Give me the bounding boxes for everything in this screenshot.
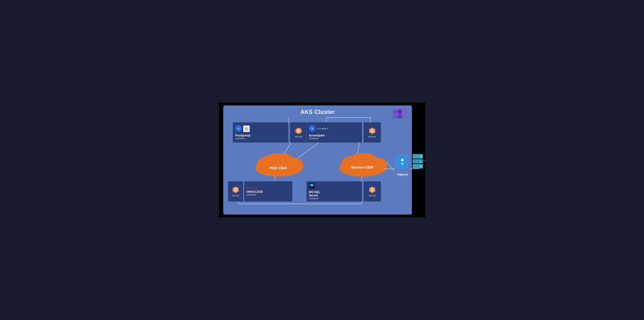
svg-point-66 [235, 191, 236, 192]
sonarqube-label: container [309, 137, 318, 140]
svg-point-28 [296, 131, 297, 132]
svg-point-83 [372, 191, 373, 192]
oracle-brand: ORACLE [246, 187, 258, 189]
svg-point-27 [300, 131, 301, 132]
mssql-label: container [309, 197, 318, 200]
mssql-name: MS SQL Server [309, 190, 320, 197]
k8s-icon-pg: ⎈ [235, 125, 242, 132]
svg-text:⎈: ⎈ [312, 127, 313, 130]
aks-icon [392, 109, 407, 121]
sonarqube-name: SonarQube [309, 134, 325, 137]
postgresql-name: Postgresql [235, 134, 250, 137]
svg-point-104 [420, 161, 422, 162]
sq-service-icon [368, 127, 376, 135]
svg-rect-108 [413, 166, 419, 167]
mssql-icon: SQL [309, 183, 315, 189]
svg-point-98 [402, 161, 403, 163]
svg-rect-0 [393, 110, 397, 114]
ingress-icon [395, 154, 410, 172]
svg-point-70 [233, 190, 234, 192]
pg-service-icon [294, 127, 302, 135]
oraclexe-container-box: ORACLE ORACLEXE container [244, 181, 292, 202]
mssql-container-box: SQL MS SQL Server container [306, 181, 362, 202]
svg-rect-1 [393, 114, 397, 118]
mssql-service: service [364, 181, 381, 202]
svg-point-24 [298, 132, 299, 133]
svg-point-55 [266, 153, 286, 168]
oraclexe-label: container [246, 194, 256, 196]
svg-rect-5 [402, 114, 406, 118]
pod-cidr-cloud: POD CIDR [253, 149, 303, 178]
svg-text:SQL: SQL [311, 184, 313, 186]
service-cidr-cloud: Service CIDR [337, 149, 387, 178]
mssql-service-icon [368, 186, 376, 194]
postgresql-label: container [235, 137, 245, 140]
svg-point-103 [420, 156, 422, 157]
cluster-title: AKS Cluster [227, 109, 408, 115]
svg-rect-4 [402, 110, 406, 114]
postgres-icon: 🐘 [243, 126, 250, 132]
svg-point-26 [296, 129, 297, 130]
pg-service-label: service [295, 136, 302, 138]
svg-point-44 [370, 131, 371, 132]
postgresql-service: service [290, 122, 308, 143]
k8s-icon-sq: ⎈ [309, 125, 315, 132]
svg-point-41 [374, 129, 375, 130]
svg-text:Service CIDR: Service CIDR [351, 165, 374, 169]
svg-point-39 [372, 128, 373, 130]
sonarqube-service: service [364, 122, 381, 143]
oracle-service: service [228, 181, 243, 202]
svg-point-40 [372, 132, 373, 133]
svg-point-82 [372, 187, 373, 188]
ingress-label: Ingress [397, 173, 408, 176]
svg-point-85 [370, 188, 371, 189]
svg-text:🐘: 🐘 [244, 126, 249, 131]
svg-point-67 [237, 188, 238, 189]
svg-point-87 [370, 190, 371, 192]
pod-cidr-cloud-svg: POD CIDR [253, 149, 303, 178]
ingress-container: Ingress [395, 154, 410, 176]
svg-point-86 [374, 190, 375, 192]
sonar-brand: sonarqube ≋ [317, 128, 328, 130]
svg-point-54 [283, 158, 303, 174]
svg-point-69 [237, 190, 238, 192]
external-server [412, 153, 426, 171]
external-server-icon [412, 153, 426, 170]
oraclexe-name: ORACLEXE [246, 190, 263, 194]
postgresql-container-box: ⎈ 🐘 Postgresql container [232, 122, 288, 143]
svg-point-23 [298, 128, 299, 130]
svg-rect-2 [398, 110, 402, 114]
svg-rect-107 [413, 160, 419, 162]
outer-wrapper: AKS Cluster [219, 102, 425, 218]
svg-line-16 [386, 162, 394, 170]
svg-point-84 [374, 188, 375, 189]
svg-text:POD CIDR: POD CIDR [270, 166, 287, 170]
svg-point-65 [235, 187, 236, 188]
svg-rect-106 [413, 156, 419, 157]
svg-point-25 [300, 129, 301, 130]
svg-point-43 [374, 131, 375, 132]
sq-service-label: service [368, 136, 376, 138]
ora-service-label: service [232, 194, 239, 197]
svg-rect-3 [398, 114, 402, 118]
svg-point-105 [420, 166, 422, 167]
svg-point-42 [370, 129, 371, 130]
svg-text:⎈: ⎈ [238, 127, 239, 130]
service-cidr-cloud-svg: Service CIDR [337, 149, 387, 178]
ora-service-icon [232, 186, 240, 194]
sonarqube-container-box: ⎈ sonarqube ≋ SonarQube container [306, 122, 362, 143]
svg-point-68 [233, 188, 234, 189]
mssql-service-label: service [368, 194, 376, 197]
aks-cluster: AKS Cluster [223, 106, 412, 214]
